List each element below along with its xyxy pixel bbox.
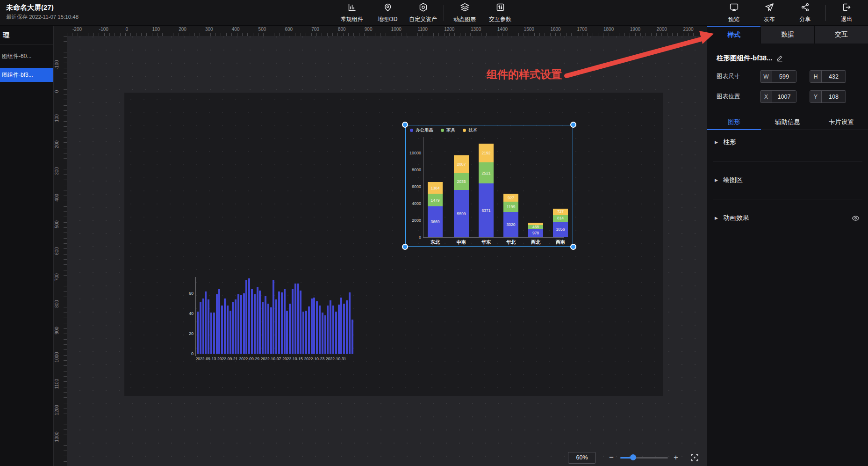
histogram-bar[interactable] (270, 307, 272, 354)
action-exit[interactable]: 退出 (829, 0, 864, 26)
histogram-bar[interactable] (197, 312, 199, 354)
bar-segment[interactable]: 468 (528, 225, 543, 229)
histogram-bar[interactable] (224, 299, 226, 354)
histogram-bar[interactable] (243, 293, 245, 354)
histogram-bar[interactable] (213, 313, 215, 354)
bar-segment[interactable]: 1856 (553, 222, 568, 237)
resize-handle-bottom-left[interactable] (402, 244, 408, 250)
bar-segment[interactable]: 6371 (479, 183, 494, 237)
tab-style[interactable]: 样式 (707, 26, 760, 44)
fit-to-screen-button[interactable] (690, 453, 699, 462)
section-bar-shape[interactable]: ▶ 柱形 (707, 130, 868, 154)
histogram-bar[interactable] (343, 304, 345, 354)
bar-segment[interactable] (528, 223, 543, 225)
x-value[interactable]: 1007 (772, 91, 796, 102)
histogram-bar[interactable] (202, 299, 204, 354)
histogram-bar[interactable] (305, 311, 307, 354)
histogram-bar[interactable] (286, 311, 288, 354)
width-value[interactable]: 599 (772, 71, 796, 82)
histogram-bar[interactable] (240, 295, 242, 354)
histogram-bar[interactable] (340, 298, 342, 354)
zoom-level-input[interactable]: 60% (568, 452, 596, 464)
histogram-bar[interactable] (232, 302, 234, 354)
bar-segment[interactable]: 3020 (503, 212, 518, 237)
bar-segment[interactable]: 2087 (454, 155, 469, 173)
histogram-chart-widget[interactable]: 02040602022-09-132022-09-212022-09-29202… (182, 274, 360, 363)
histogram-bar[interactable] (284, 289, 286, 354)
histogram-bar[interactable] (248, 278, 250, 354)
histogram-bar[interactable] (292, 289, 294, 354)
histogram-bar[interactable] (327, 306, 329, 354)
histogram-bar[interactable] (346, 300, 348, 354)
subtab-auxiliary-info[interactable]: 辅助信息 (761, 114, 815, 130)
section-animation[interactable]: ▶ 动画效果 (707, 206, 868, 230)
bar-segment[interactable]: 2035 (454, 173, 469, 190)
histogram-bar[interactable] (205, 291, 207, 354)
tab-data[interactable]: 数据 (760, 26, 814, 44)
visibility-eye-icon[interactable] (852, 214, 860, 222)
histogram-bar[interactable] (319, 306, 321, 354)
toolbar-item-geo-3d[interactable]: 地理/3D (370, 0, 405, 26)
histogram-bar[interactable] (251, 289, 253, 354)
y-input[interactable]: Y 108 (810, 90, 846, 103)
histogram-bar[interactable] (235, 299, 237, 354)
histogram-bar[interactable] (308, 306, 310, 354)
histogram-bar[interactable] (322, 313, 323, 354)
histogram-bar[interactable] (349, 292, 351, 354)
histogram-bar[interactable] (352, 320, 353, 354)
histogram-bar[interactable] (262, 302, 264, 354)
height-input[interactable]: H 432 (810, 70, 846, 83)
section-plot-area[interactable]: ▶ 绘图区 (707, 168, 868, 192)
histogram-bar[interactable] (267, 304, 269, 354)
bar-segment[interactable]: 5599 (454, 190, 469, 237)
histogram-bar[interactable] (313, 298, 315, 354)
histogram-bar[interactable] (245, 280, 247, 354)
histogram-bar[interactable] (259, 291, 261, 354)
toolbar-item-dynamic-layers[interactable]: 动态图层 (447, 0, 482, 26)
histogram-bar[interactable] (218, 289, 220, 354)
zoom-out-button[interactable]: − (606, 453, 617, 462)
bar-segment[interactable]: 1384 (428, 182, 443, 194)
toolbar-item-common-components[interactable]: 常规组件 (334, 0, 370, 26)
zoom-slider[interactable] (620, 454, 668, 461)
histogram-bar[interactable] (300, 291, 301, 354)
subtab-graphic[interactable]: 图形 (707, 114, 761, 130)
histogram-bar[interactable] (302, 312, 304, 354)
bar-segment[interactable]: 814 (553, 215, 568, 222)
y-value[interactable]: 108 (822, 91, 846, 102)
editor-canvas[interactable]: -200-10001002003004005006007008009001000… (54, 26, 707, 466)
bar-segment[interactable]: 978 (528, 229, 543, 237)
bar-segment[interactable]: 1199 (503, 202, 518, 212)
histogram-bar[interactable] (338, 305, 340, 354)
width-input[interactable]: W 599 (760, 70, 796, 83)
histogram-bar[interactable] (208, 299, 209, 354)
histogram-bar[interactable] (297, 284, 299, 354)
toolbar-item-custom-assets[interactable]: 自定义资产 (405, 0, 441, 26)
histogram-bar[interactable] (289, 304, 291, 354)
slider-knob[interactable] (630, 454, 636, 460)
resize-handle-bottom-right[interactable] (570, 244, 576, 250)
histogram-bar[interactable] (294, 284, 296, 354)
tab-interaction[interactable]: 交互 (814, 26, 868, 44)
edit-name-icon[interactable] (776, 55, 783, 62)
bar-segment[interactable]: 927 (503, 194, 518, 202)
bar-segment[interactable]: 727 (553, 209, 568, 215)
histogram-bar[interactable] (324, 315, 326, 354)
histogram-bar[interactable] (254, 294, 256, 354)
bar-segment[interactable]: 3669 (428, 206, 443, 237)
histogram-bar[interactable] (257, 287, 258, 354)
bar-segment[interactable]: 2521 (479, 162, 494, 183)
histogram-bar[interactable] (237, 294, 239, 354)
action-publish[interactable]: 发布 (752, 0, 787, 26)
layer-item-bar-60[interactable]: 图组件-60... (0, 49, 53, 63)
histogram-bar[interactable] (311, 299, 313, 354)
toolbar-item-interaction-params[interactable]: 交互参数 (482, 0, 518, 26)
histogram-bar[interactable] (335, 312, 337, 354)
histogram-bar[interactable] (273, 280, 274, 354)
histogram-bar[interactable] (200, 302, 201, 354)
histogram-bar[interactable] (281, 292, 283, 354)
bar-segment[interactable]: 2192 (479, 144, 494, 162)
resize-handle-top-left[interactable] (402, 122, 408, 128)
action-preview[interactable]: 预览 (716, 0, 752, 26)
zoom-in-button[interactable]: + (671, 453, 681, 462)
